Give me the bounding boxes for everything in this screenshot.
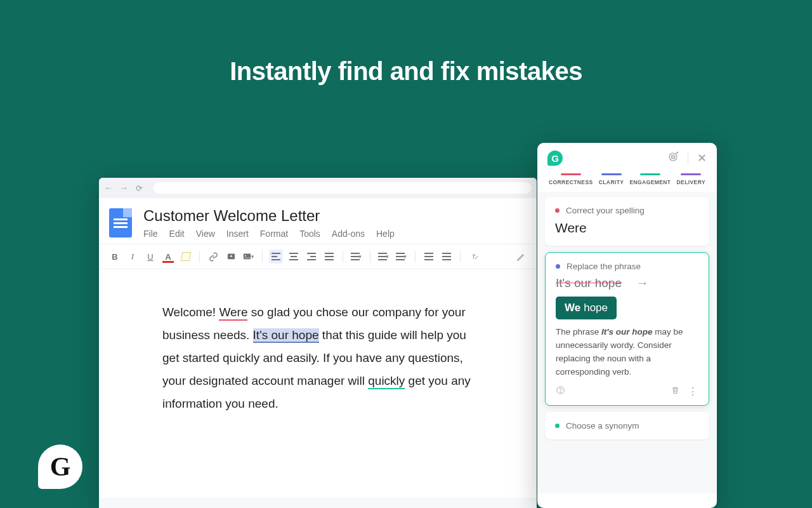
card-label: Replace the phrase: [566, 262, 641, 271]
divider: [370, 251, 370, 262]
menu-edit[interactable]: Edit: [169, 229, 185, 239]
bulleted-list-button[interactable]: ▼: [395, 250, 409, 264]
tab-engagement[interactable]: ENGAGEMENT: [630, 173, 671, 185]
edit-mode-button[interactable]: [514, 250, 528, 264]
bold-button[interactable]: B: [108, 250, 122, 264]
divider: [343, 251, 343, 262]
divider: [199, 251, 200, 262]
highlight-button[interactable]: [179, 250, 193, 264]
docs-menu-bar: File Edit View Insert Format Tools Add-o…: [143, 229, 527, 239]
suggestion-card-synonym[interactable]: Choose a synonym: [545, 412, 709, 439]
divider: [262, 251, 263, 262]
explanation-text: The phrase It's our hope may be unnecess…: [556, 326, 698, 379]
suggestion-card-phrase[interactable]: Replace the phrase It's our hope → We ho…: [545, 252, 709, 406]
card-label: Correct your spelling: [566, 206, 645, 215]
refresh-icon[interactable]: ⟳: [134, 184, 143, 193]
close-icon[interactable]: ✕: [697, 151, 707, 165]
docs-window: ← → ⟳ Customer Welcome Letter File Edit …: [99, 178, 537, 508]
forward-icon[interactable]: →: [119, 183, 128, 193]
menu-insert[interactable]: Insert: [226, 229, 249, 239]
menu-view[interactable]: View: [196, 229, 215, 239]
card-footer: ⋮: [556, 379, 698, 398]
browser-bar: ← → ⟳: [99, 178, 537, 198]
document-body[interactable]: Welcome! Were so glad you chose our comp…: [99, 269, 537, 498]
align-center-button[interactable]: [287, 250, 301, 264]
url-bar[interactable]: [154, 182, 532, 194]
grammarly-panel: G ✕ CORRECTNESS CLARITY ENGAGEMENT DELIV…: [537, 143, 717, 508]
back-icon[interactable]: ←: [104, 183, 113, 193]
suggestion-chip[interactable]: We hope: [556, 297, 617, 319]
strike-text: It's our hope: [556, 276, 622, 290]
docs-header: Customer Welcome Letter File Edit View I…: [99, 198, 537, 244]
grammarly-logo-icon: G: [547, 150, 563, 166]
card-word: Were: [555, 215, 699, 237]
indent-decrease-button[interactable]: [422, 250, 436, 264]
menu-tools[interactable]: Tools: [299, 229, 320, 239]
menu-addons[interactable]: Add-ons: [332, 229, 365, 239]
menu-file[interactable]: File: [143, 229, 158, 239]
line-spacing-button[interactable]: ▼: [350, 250, 363, 264]
goals-icon[interactable]: [667, 151, 679, 165]
divider: [460, 251, 461, 262]
body-text: Welcome!: [162, 305, 219, 319]
divider: [415, 251, 416, 262]
correctness-dot-icon: [555, 208, 560, 213]
svg-point-3: [245, 255, 246, 256]
numbered-list-button[interactable]: ▼: [377, 250, 391, 264]
trash-icon[interactable]: [671, 385, 680, 398]
hero-title: Instantly find and fix mistakes: [0, 57, 812, 86]
align-justify-button[interactable]: [322, 250, 336, 264]
panel-header: G ✕: [537, 143, 717, 172]
align-right-button[interactable]: [304, 250, 318, 264]
suggestion-list: Correct your spelling Were Replace the p…: [537, 192, 717, 493]
clarity-highlight[interactable]: It's our hope: [253, 328, 319, 343]
document-title[interactable]: Customer Welcome Letter: [143, 206, 527, 229]
more-icon[interactable]: ⋮: [688, 385, 698, 398]
spelling-error[interactable]: Were: [219, 305, 247, 321]
card-label: Choose a synonym: [566, 421, 639, 431]
engagement-underline[interactable]: quickly: [368, 374, 405, 389]
formatting-toolbar: B I U A + ▼ ▼ ▼ ▼ T: [99, 244, 537, 269]
help-icon[interactable]: [556, 385, 565, 398]
menu-format[interactable]: Format: [260, 229, 288, 239]
svg-point-8: [672, 156, 674, 157]
menu-help[interactable]: Help: [376, 229, 395, 239]
arrow-right-icon: →: [636, 276, 648, 290]
tab-delivery[interactable]: DELIVERY: [677, 173, 705, 185]
image-button[interactable]: ▼: [242, 250, 256, 264]
tab-correctness[interactable]: CORRECTNESS: [549, 173, 593, 185]
grammarly-fab-icon[interactable]: G: [38, 444, 82, 489]
svg-point-11: [560, 392, 561, 392]
engagement-dot-icon: [555, 424, 560, 428]
indent-increase-button[interactable]: [440, 250, 454, 264]
tab-clarity[interactable]: CLARITY: [599, 173, 624, 185]
clear-formatting-button[interactable]: T: [467, 250, 481, 264]
italic-button[interactable]: I: [126, 250, 140, 264]
link-button[interactable]: [206, 250, 220, 264]
align-left-button[interactable]: [269, 250, 283, 264]
google-docs-icon: [109, 208, 132, 237]
suggestion-card-spelling[interactable]: Correct your spelling Were: [545, 197, 709, 246]
svg-text:+: +: [230, 253, 233, 258]
category-tabs: CORRECTNESS CLARITY ENGAGEMENT DELIVERY: [537, 172, 717, 192]
text-color-button[interactable]: A: [161, 250, 175, 264]
comment-button[interactable]: +: [224, 250, 238, 264]
divider: [688, 152, 688, 164]
clarity-dot-icon: [556, 264, 560, 269]
underline-button[interactable]: U: [143, 250, 157, 264]
